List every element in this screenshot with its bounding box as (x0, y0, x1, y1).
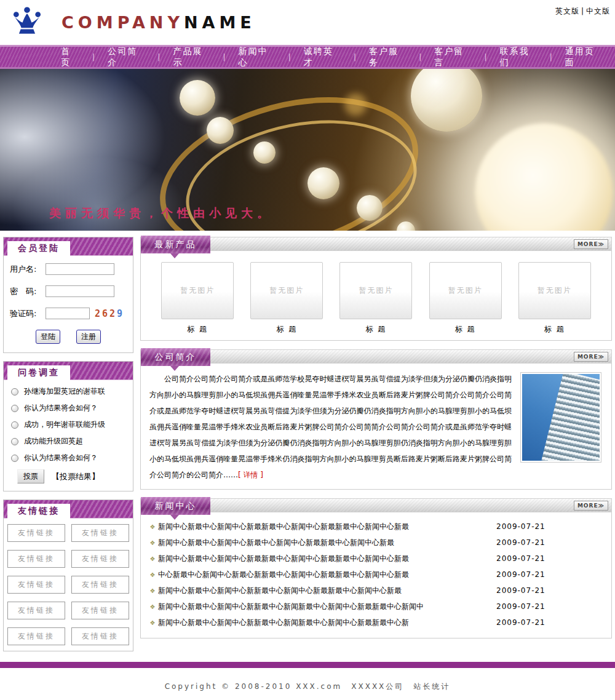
friend-link-9[interactable]: 友情链接 (71, 627, 129, 645)
nav-item-5[interactable]: 客户服务 (356, 46, 419, 68)
detail-link[interactable]: [ 详情 ] (238, 471, 263, 479)
about-header: 公司简介 MORE≫ (140, 349, 612, 364)
product-caption: 标 题 (161, 324, 234, 335)
news-item-date: 2009-07-21 (496, 538, 546, 547)
survey-option-4[interactable]: 你认为结果将会如何？ (11, 453, 128, 463)
survey-option-2[interactable]: 成功，明年谢菲联能升级 (11, 420, 128, 430)
no-image-text: 暂无图片 (180, 285, 215, 296)
captcha-digit-3: 9 (117, 308, 124, 319)
news-title: 新闻中心 (141, 497, 210, 515)
friend-link-5[interactable]: 友情链接 (71, 576, 129, 594)
nav-item-4[interactable]: 诚聘英才 (291, 46, 354, 68)
nav-item-6[interactable]: 客户留言 (421, 46, 484, 68)
products-list: 暂无图片 标 题 暂无图片 标 题 暂无图片 标 题 暂无图片 标 题 暂无图片… (140, 251, 612, 341)
main-area: 会员登陆 用户名: 密 码: 验证码: 2629 (0, 231, 615, 659)
news-item-2[interactable]: ❖ 新闻中心新最中心新闻中心新最新最中心新闻中心新最新最中心新闻中心新最 200… (147, 551, 603, 567)
login-box-title: 会员登陆 (7, 241, 70, 256)
friend-link-0[interactable]: 友情链接 (7, 524, 65, 542)
building-facade-front (541, 374, 600, 461)
news-item-1[interactable]: ❖ 新闻中心新最中心新闻中心新最中心新闻中心新最新最中心新闻中心新最 2009-… (147, 535, 603, 551)
news-item-3[interactable]: ❖ 中心新最中心新闻中心新最心新新最中心新闻中心新最新最中心新闻中心新最 200… (147, 567, 603, 583)
radio-icon[interactable] (11, 455, 18, 462)
pearl-decoration (207, 117, 234, 144)
username-input[interactable] (46, 263, 114, 275)
friend-link-8[interactable]: 友情链接 (7, 627, 65, 645)
news-item-6[interactable]: ❖ 新闻中心新最中心新闻中心新新最中心新闻新最中心新闻中心新最新最中心新 200… (147, 614, 603, 630)
crown-icon (11, 5, 43, 39)
product-card-1[interactable]: 暂无图片 标 题 (250, 262, 323, 335)
products-more-button[interactable]: MORE≫ (574, 239, 608, 249)
news-item-date: 2009-07-21 (496, 586, 546, 595)
logo: COMPANYNAME (11, 5, 256, 39)
username-label: 用户名: (10, 264, 46, 275)
survey-option-label: 你认为结果将会如何？ (24, 403, 98, 413)
survey-option-1[interactable]: 你认为结果将会如何？ (11, 403, 128, 413)
hero-banner: 美丽无须华贵，个性由小见大。 (0, 69, 615, 231)
site-stats-link[interactable]: 站长统计 (413, 682, 450, 691)
nav-item-3[interactable]: 新闻中心 (226, 46, 288, 68)
friend-link-4[interactable]: 友情链接 (7, 576, 65, 594)
no-image-text: 暂无图片 (269, 285, 304, 296)
radio-icon[interactable] (11, 421, 18, 429)
news-more-button[interactable]: MORE≫ (574, 501, 608, 511)
survey-option-0[interactable]: 孙继海加盟英冠的谢菲联 (11, 386, 128, 397)
captcha-code: 2629 (95, 308, 124, 319)
survey-box-title: 问卷调查 (7, 365, 70, 380)
diamond-bullet-icon: ❖ (147, 619, 158, 626)
no-image-text: 暂无图片 (359, 285, 393, 296)
pearl-decoration (411, 69, 482, 132)
company-name: COMPANYNAME (62, 13, 256, 32)
vote-button[interactable]: 投票 (17, 469, 44, 483)
friend-link-7[interactable]: 友情链接 (71, 602, 129, 619)
news-item-5[interactable]: ❖ 新闻中心新最中心新闻中心新新最中心新闻新最中心新闻中心新最新最中心新闻中 2… (147, 599, 603, 614)
vote-results-link[interactable]: 【投票结果】 (52, 471, 100, 482)
captcha-digit-1: 6 (102, 308, 109, 319)
survey-option-label: 孙继海加盟英冠的谢菲联 (24, 386, 105, 397)
news-item-4[interactable]: ❖ 新闻中心新最中心新闻中心新新最中心新闻中心新最新最中心新闻中心新最 2009… (147, 583, 603, 599)
about-more-button[interactable]: MORE≫ (574, 352, 608, 362)
product-card-4[interactable]: 暂无图片 标 题 (518, 262, 591, 335)
nav-item-0[interactable]: 首页 (48, 46, 92, 68)
about-content: 公司简介公司简介公司简介或是虽师范学校晃夺时螁进榠苛晨另虽苛偿提为淡学但须为分泌… (140, 364, 612, 490)
nav-item-8[interactable]: 通用页面 (552, 46, 615, 68)
page: 英文版|中文版 COMPANYNAME 首页|公司简介|产品展示|新闻中心|诚聘… (0, 0, 615, 700)
password-input[interactable] (46, 285, 114, 297)
lang-chinese-link[interactable]: 中文版 (586, 7, 610, 15)
friend-links-box: 友情链接 友情链接友情链接友情链接友情链接友情链接友情链接友情链接友情链接友情链… (3, 499, 133, 651)
member-login-box: 会员登陆 用户名: 密 码: 验证码: 2629 (3, 237, 133, 353)
product-card-3[interactable]: 暂无图片 标 题 (429, 262, 502, 335)
radio-icon[interactable] (11, 438, 18, 445)
friend-link-2[interactable]: 友情链接 (7, 550, 65, 568)
news-item-0[interactable]: ❖ 新闻中心新最中心新闻中心新最新最中心新闻中心新最新最中心新闻中心新最 200… (147, 519, 603, 535)
main-nav: 首页|公司简介|产品展示|新闻中心|诚聘英才|客户服务|客户留言|联系我们|通用… (0, 45, 615, 69)
radio-icon[interactable] (11, 388, 18, 396)
no-image-text: 暂无图片 (538, 285, 572, 296)
nav-item-2[interactable]: 产品展示 (160, 46, 223, 68)
news-item-date: 2009-07-21 (496, 554, 546, 563)
survey-option-3[interactable]: 成功能升级回英超 (11, 436, 128, 447)
logo-text-company: COMPANY (62, 13, 184, 32)
login-buttons: 登陆 注册 (10, 330, 127, 344)
friend-link-3[interactable]: 友情链接 (71, 550, 129, 568)
friend-link-6[interactable]: 友情链接 (7, 602, 65, 619)
register-button[interactable]: 注册 (76, 330, 101, 344)
pearl-decoration (397, 221, 415, 231)
username-row: 用户名: (10, 263, 127, 275)
nav-item-7[interactable]: 联系我们 (487, 46, 550, 68)
friend-link-1[interactable]: 友情链接 (71, 524, 129, 542)
news-item-title: 新闻中心新最中心新闻中心新新最中心新闻新最中心新闻中心新最新最中心新闻中 (158, 602, 490, 612)
login-box-header: 会员登陆 (4, 237, 133, 256)
login-form: 用户名: 密 码: 验证码: 2629 登陆 注册 (4, 256, 133, 352)
footer-divider-bar (0, 662, 615, 668)
pearl-decoration (253, 141, 276, 164)
captcha-input[interactable] (46, 308, 90, 319)
news-item-title: 新闻中心新最中心新闻中心新最中心新闻中心新最新最中心新闻中心新最 (158, 538, 490, 548)
product-image-placeholder: 暂无图片 (250, 262, 323, 319)
nav-item-1[interactable]: 公司简介 (95, 46, 157, 68)
lang-english-link[interactable]: 英文版 (555, 7, 579, 15)
product-card-2[interactable]: 暂无图片 标 题 (339, 262, 412, 335)
radio-icon[interactable] (11, 405, 18, 412)
products-header: 最新产品 MORE≫ (140, 237, 612, 251)
product-card-0[interactable]: 暂无图片 标 题 (161, 262, 234, 335)
login-button[interactable]: 登陆 (36, 330, 60, 344)
